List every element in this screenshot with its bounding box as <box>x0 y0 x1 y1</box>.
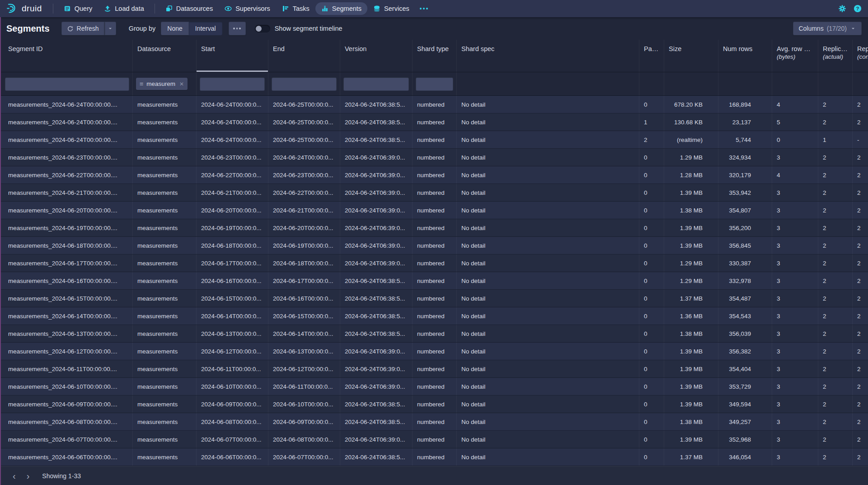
cell-num-rows: 354,404 <box>718 360 772 377</box>
column-header-start[interactable]: Start <box>197 40 268 72</box>
nav-item-load-data[interactable]: Load data <box>98 2 150 15</box>
column-header-segment-id[interactable]: Segment ID <box>0 40 133 72</box>
nav-more-button[interactable] <box>415 5 432 12</box>
segments-table: Segment ID Datasource Start End Version … <box>0 40 868 466</box>
cell-segment-id: measurements_2024-06-24T00:00:00.... <box>0 113 133 131</box>
column-header-datasource[interactable]: Datasource <box>133 40 197 72</box>
cell-end: 2024-06-21T00:00:0... <box>268 202 340 219</box>
cell-datasource: measurements <box>133 219 197 236</box>
table-row[interactable]: measurements_2024-06-15T00:00:00....meas… <box>0 290 868 307</box>
cell-num-rows: 356,845 <box>718 237 772 254</box>
nav-item-query[interactable]: Query <box>58 2 99 15</box>
table-row[interactable]: measurements_2024-06-20T00:00:00....meas… <box>0 202 868 219</box>
segment-timeline-toggle[interactable] <box>255 25 270 33</box>
help-icon[interactable]: ? <box>854 5 862 13</box>
columns-button[interactable]: Columns (17/20) <box>793 22 862 35</box>
equals-icon: = <box>140 80 143 88</box>
column-header-num-rows[interactable]: Num rows <box>718 40 772 72</box>
cell-shard-spec: No detail <box>457 325 639 342</box>
table-row[interactable]: measurements_2024-06-24T00:00:00....meas… <box>0 113 868 131</box>
cell-replicas: 2 <box>818 272 853 289</box>
column-header-partition[interactable]: Partition <box>639 40 664 72</box>
table-row[interactable]: measurements_2024-06-08T00:00:00....meas… <box>0 413 868 431</box>
cell-replication-factor: 2 <box>853 113 868 131</box>
table-row[interactable]: measurements_2024-06-09T00:00:00....meas… <box>0 396 868 413</box>
table-row[interactable]: measurements_2024-06-19T00:00:00....meas… <box>0 219 868 237</box>
druid-logo[interactable]: druid <box>6 3 42 14</box>
cell-version: 2024-06-24T06:39:0... <box>340 431 413 448</box>
cell-replicas: 2 <box>818 149 853 166</box>
cell-version: 2024-06-24T06:38:5... <box>340 131 413 148</box>
cell-num-rows: 353,942 <box>718 184 772 201</box>
shard-type-filter-input[interactable] <box>416 77 453 91</box>
cell-shard-type: numbered <box>413 184 457 201</box>
cell-partition: 0 <box>639 166 664 184</box>
nav-item-services[interactable]: Services <box>367 2 415 15</box>
column-header-shard-spec[interactable]: Shard spec <box>457 40 639 72</box>
column-header-version[interactable]: Version <box>340 40 413 72</box>
cell-segment-id: measurements_2024-06-18T00:00:00.... <box>0 237 133 254</box>
cell-num-rows: 353,729 <box>718 378 772 395</box>
table-row[interactable]: measurements_2024-06-23T00:00:00....meas… <box>0 149 868 166</box>
column-header-end[interactable]: End <box>268 40 340 72</box>
cell-num-rows: 354,487 <box>718 290 772 307</box>
cell-replicas: 2 <box>818 360 853 377</box>
group-by-none-button[interactable]: None <box>161 22 188 35</box>
group-by-interval-button[interactable]: Interval <box>189 22 222 35</box>
refresh-caret-button[interactable] <box>104 22 116 35</box>
nav-item-datasources[interactable]: Datasources <box>160 2 219 15</box>
cell-shard-spec: No detail <box>457 272 639 289</box>
cell-start: 2024-06-21T00:00:0... <box>197 184 268 201</box>
table-row[interactable]: measurements_2024-06-16T00:00:00....meas… <box>0 272 868 290</box>
close-icon[interactable]: ✕ <box>178 81 184 87</box>
table-row[interactable]: measurements_2024-06-11T00:00:00....meas… <box>0 360 868 378</box>
cell-partition: 0 <box>639 202 664 219</box>
cell-avg-row-size: 3 <box>772 343 818 360</box>
start-filter-input[interactable] <box>200 77 265 91</box>
table-row[interactable]: measurements_2024-06-14T00:00:00....meas… <box>0 307 868 325</box>
column-header-avg-row-size[interactable]: Avg. row size(bytes) <box>772 40 818 72</box>
table-row[interactable]: measurements_2024-06-18T00:00:00....meas… <box>0 237 868 254</box>
table-row[interactable]: measurements_2024-06-13T00:00:00....meas… <box>0 325 868 343</box>
table-row[interactable]: measurements_2024-06-06T00:00:00....meas… <box>0 448 868 466</box>
segment-id-filter-input[interactable] <box>5 77 129 91</box>
next-page-button[interactable]: › <box>21 470 35 482</box>
column-header-size[interactable]: Size <box>664 40 718 72</box>
cell-replication-factor: 2 <box>853 96 868 113</box>
nav-item-segments[interactable]: Segments <box>315 2 367 15</box>
cell-shard-spec: No detail <box>457 343 639 360</box>
cell-datasource: measurements <box>133 396 197 413</box>
refresh-button[interactable]: Refresh <box>61 22 104 35</box>
nav-item-supervisors[interactable]: Supervisors <box>219 2 276 15</box>
segment-timeline-label: Show segment timeline <box>275 25 343 32</box>
cell-datasource: measurements <box>133 237 197 254</box>
column-header-replicas[interactable]: Replicas(actual) <box>818 40 853 72</box>
cell-replicas: 2 <box>818 219 853 236</box>
cell-partition: 0 <box>639 307 664 325</box>
cell-start: 2024-06-10T00:00:0... <box>197 378 268 395</box>
cell-partition: 0 <box>639 448 664 466</box>
table-row[interactable]: measurements_2024-06-07T00:00:00....meas… <box>0 431 868 448</box>
table-row[interactable]: measurements_2024-06-22T00:00:00....meas… <box>0 166 868 184</box>
table-row[interactable]: measurements_2024-06-17T00:00:00....meas… <box>0 254 868 272</box>
cell-datasource: measurements <box>133 166 197 184</box>
version-filter-input[interactable] <box>343 77 409 91</box>
cell-size: (realtime) <box>664 131 718 148</box>
cell-shard-type: numbered <box>413 272 457 289</box>
table-row[interactable]: measurements_2024-06-24T00:00:00....meas… <box>0 96 868 113</box>
prev-page-button[interactable]: ‹ <box>7 470 21 482</box>
cell-replication-factor: 2 <box>853 272 868 289</box>
column-header-replication-factor[interactable]: Replication factor(configured) <box>853 40 868 72</box>
datasource-filter-chip[interactable]: = measurem ✕ <box>136 78 188 90</box>
column-header-shard-type[interactable]: Shard type <box>413 40 457 72</box>
end-filter-input[interactable] <box>272 77 337 91</box>
table-row[interactable]: measurements_2024-06-24T00:00:00....meas… <box>0 131 868 149</box>
window-edge-accent <box>0 17 1 485</box>
table-row[interactable]: measurements_2024-06-21T00:00:00....meas… <box>0 184 868 202</box>
nav-divider <box>155 4 155 14</box>
more-options-button[interactable] <box>229 22 246 35</box>
table-row[interactable]: measurements_2024-06-10T00:00:00....meas… <box>0 378 868 396</box>
nav-item-tasks[interactable]: Tasks <box>276 2 315 15</box>
table-row[interactable]: measurements_2024-06-12T00:00:00....meas… <box>0 343 868 360</box>
gear-icon[interactable] <box>838 5 846 13</box>
